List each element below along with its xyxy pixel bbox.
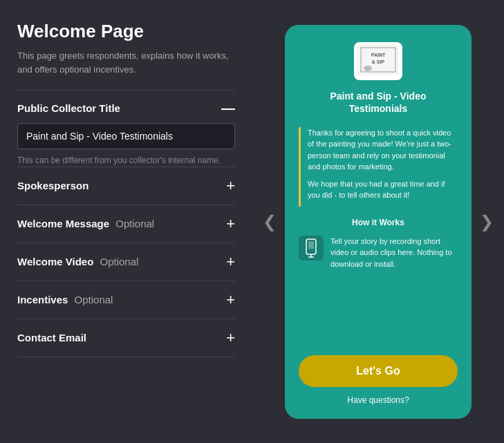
collector-title-input[interactable]	[17, 123, 235, 149]
feature-description: Tell your story by recording short video…	[330, 236, 458, 270]
collector-input-hint: This can be different from you collector…	[17, 155, 235, 167]
accordion-welcome-message-label: Welcome Message Optional	[17, 218, 154, 229]
accordion-contact-email[interactable]: Contact Email +	[17, 319, 235, 357]
accordion-welcome-message[interactable]: Welcome Message Optional +	[17, 205, 235, 243]
accordion-welcome-video-label: Welcome Video Optional	[17, 256, 138, 267]
svg-rect-6	[308, 241, 314, 249]
incentives-optional: Optional	[75, 294, 113, 305]
phone-preview: PAINT & SIP Paint and Sip - VideoTestimo…	[285, 25, 472, 419]
welcome-message-box: Thanks for agreeing to shoot a quick vid…	[299, 127, 458, 207]
right-panel: ❮ PAINT & SIP Paint and Sip - VideoTesti…	[252, 0, 504, 443]
accordion-welcome-message-expand-icon: +	[226, 216, 235, 232]
accordion-contact-email-label: Contact Email	[17, 332, 86, 343]
accordion-welcome-video-expand-icon: +	[226, 254, 235, 270]
phone-record-icon	[299, 236, 324, 261]
accordion-incentives-expand-icon: +	[226, 292, 235, 308]
welcome-paragraph-1: Thanks for agreeing to shoot a quick vid…	[308, 127, 458, 173]
accordion-spokesperson-label: Spokesperson	[17, 180, 88, 191]
how-it-works-label: How it Works	[299, 218, 458, 227]
page-description: This page greets respondents, explains h…	[17, 49, 235, 76]
preview-logo: PAINT & SIP	[354, 42, 402, 80]
left-panel: Welcome Page This page greets respondent…	[0, 0, 252, 443]
logo-text: PAINT & SIP	[357, 44, 399, 77]
svg-point-4	[364, 66, 372, 71]
accordion-incentives-label: Incentives Optional	[17, 294, 113, 305]
collapse-icon[interactable]: —	[221, 101, 235, 115]
welcome-paragraph-2: We hope that you had a great time and if…	[308, 178, 458, 201]
divider-1	[17, 90, 235, 91]
accordion-spokesperson-expand-icon: +	[226, 178, 235, 194]
accordion-contact-email-expand-icon: +	[226, 330, 235, 346]
accordion-spokesperson[interactable]: Spokesperson +	[17, 167, 235, 205]
svg-text:& SIP: & SIP	[372, 59, 385, 64]
accordion-incentives[interactable]: Incentives Optional +	[17, 281, 235, 319]
collector-title-section: Public Collector Title —	[17, 101, 235, 115]
prev-arrow-button[interactable]: ❮	[256, 205, 283, 238]
svg-text:PAINT: PAINT	[371, 53, 386, 57]
page-title: Welcome Page	[17, 21, 235, 42]
welcome-message-optional: Optional	[115, 218, 154, 229]
welcome-video-optional: Optional	[100, 256, 139, 267]
lets-go-button[interactable]: Let's Go	[299, 355, 458, 387]
collector-title-label: Public Collector Title	[17, 102, 120, 114]
next-arrow-button[interactable]: ❯	[473, 205, 501, 238]
feature-row: Tell your story by recording short video…	[299, 236, 458, 270]
have-questions-text: Have questions?	[347, 395, 409, 405]
accordion-welcome-video[interactable]: Welcome Video Optional +	[17, 243, 235, 281]
preview-title: Paint and Sip - VideoTestimonials	[330, 90, 427, 115]
